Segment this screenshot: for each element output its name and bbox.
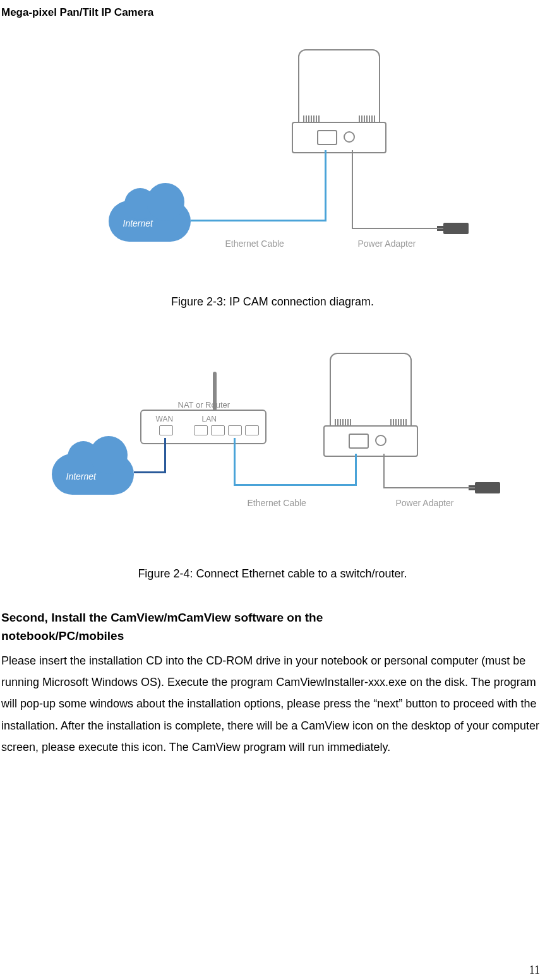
power-plug-icon [475,482,500,493]
page-number: 11 [529,964,540,977]
power-cable-line [383,487,475,488]
document-header: Mega-pixel Pan/Tilt IP Camera [0,6,545,19]
section-heading: Second, Install the CamView/mCamView sof… [0,609,545,645]
nat-router-label: NAT or Router [178,400,231,410]
section-body-text: Please insert the installation CD into t… [0,650,545,758]
lan-port-icon [245,425,259,435]
lan-port-icon [194,425,208,435]
internet-label: Internet [123,218,153,228]
section-heading-line-1: Second, Install the CamView/mCamView sof… [1,611,323,624]
camera-icon [292,49,386,156]
ethernet-cable-line [234,484,357,486]
figure-2-4-diagram: NAT or Router WAN LAN Internet Ethernet … [45,346,500,536]
wan-cable-line [134,471,165,473]
figure-2-3-diagram: Internet Ethernet Cable Power Adapter [96,49,450,270]
figure-2-4-caption: Figure 2-4: Connect Ethernet cable to a … [0,567,545,581]
power-cable-line [352,228,443,229]
ethernet-cable-label: Ethernet Cable [225,239,284,249]
ethernet-cable-line-vertical [325,150,326,221]
lan-port-label: LAN [202,415,217,423]
section-heading-line-2: notebook/PC/mobiles [1,629,124,642]
ethernet-cable-line [191,220,326,221]
wan-port-label: WAN [156,415,174,423]
power-cable-line-vertical [352,150,353,229]
wan-port-icon [159,425,173,435]
figure-2-3-caption: Figure 2-3: IP CAM connection diagram. [0,295,545,309]
lan-port-icon [211,425,225,435]
wan-cable-line-vertical [164,438,166,473]
power-plug-icon [443,223,469,234]
power-cable-line-vertical [383,454,385,488]
ethernet-cable-label: Ethernet Cable [248,498,306,508]
internet-label: Internet [66,471,96,481]
lan-port-icon [228,425,242,435]
ethernet-cable-line-vertical-2 [355,454,357,486]
ethernet-cable-line-vertical [234,438,236,485]
power-adapter-label: Power Adapter [396,498,454,508]
power-adapter-label: Power Adapter [358,239,416,249]
camera-icon [323,353,418,460]
